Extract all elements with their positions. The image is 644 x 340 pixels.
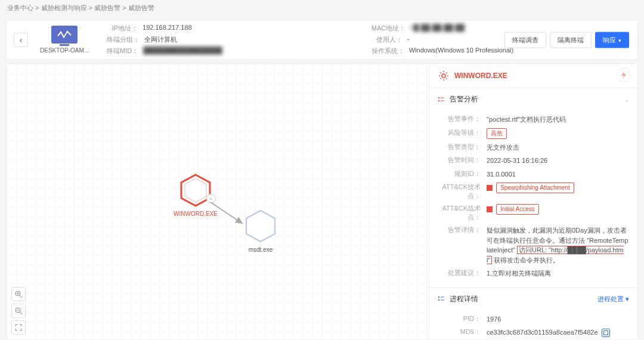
kv-value: 疑似漏洞触发，此漏洞为近期0Day漏洞，攻击者可在终端执行任意命令。通过方法 "… xyxy=(487,225,629,265)
kv-value: "poctest.rtf"文档执行恶代码 xyxy=(487,115,629,125)
kv-value: 2022-05-31 16:16:26 xyxy=(487,156,629,166)
lightning-icon xyxy=(616,67,631,85)
breadcrumb: 业务中心 > 威胁检测与响应 > 威胁告警 > 威胁告警 xyxy=(0,0,644,16)
kv-value: 31.0.0001 xyxy=(487,169,629,180)
kv-value: ce33fc3c687d3c01159a8caea7f5482e xyxy=(487,327,629,338)
section-process-title: 进程详情 xyxy=(450,294,593,304)
svg-point-32 xyxy=(442,74,445,78)
svg-line-38 xyxy=(446,78,447,79)
panel-title: WINWORD.EXE xyxy=(454,72,507,80)
node-msdt[interactable]: msdt.exe xyxy=(244,209,277,253)
kv-label: 规则ID： xyxy=(438,169,481,178)
monitor-icon xyxy=(51,26,78,44)
host-info-left: IP地址：192.168.217.188 终端分组：全网计算机 终端MID：██… xyxy=(107,24,240,55)
host-name: DESKTOP-OAM... xyxy=(40,47,89,54)
svg-rect-42 xyxy=(438,97,439,98)
user-label: 使用人： xyxy=(371,35,402,44)
risk-tag: 高危 xyxy=(487,128,507,139)
fullscreen-button[interactable] xyxy=(11,320,26,335)
kv-label: ATT&CK技术点： xyxy=(438,183,481,200)
os-value: Windows(Windows 10 Professional) xyxy=(409,47,513,55)
svg-rect-47 xyxy=(438,299,439,301)
svg-rect-46 xyxy=(438,296,439,298)
node-msdt-label: msdt.exe xyxy=(249,246,273,253)
attack-tag[interactable]: Spearphishing Attachment xyxy=(496,183,574,193)
kv-label: 风险等级： xyxy=(438,128,481,137)
user-value: - xyxy=(407,35,410,44)
kv-value: 无文件攻击 xyxy=(487,143,629,153)
copy-icon[interactable] xyxy=(602,329,610,337)
isolate-button[interactable]: 隔离终端 xyxy=(550,32,592,48)
mac-value: 0█-██-██-██-██ xyxy=(410,24,465,33)
chevron-down-icon: ⌄ xyxy=(624,96,629,103)
kv-label: 告警时间： xyxy=(438,156,481,165)
host-block: DESKTOP-OAM... xyxy=(40,26,89,54)
process-list: PID：1976 MD5：ce33fc3c687d3c01159a8caea7f… xyxy=(429,310,637,341)
gear-icon xyxy=(438,70,450,82)
process-action-link[interactable]: 进程处置 ▾ xyxy=(597,295,629,304)
crumb-1[interactable]: 威胁检测与响应 xyxy=(41,4,87,11)
section-analysis-title: 告警分析 xyxy=(450,94,620,104)
kv-label: ATT&CK战术点： xyxy=(438,204,481,222)
kv-label: 告警事件： xyxy=(438,115,481,123)
svg-marker-3 xyxy=(181,175,210,206)
mid-value: █████████████████ xyxy=(143,47,222,55)
zoom-in-button[interactable] xyxy=(11,287,26,301)
svg-point-0 xyxy=(60,32,62,33)
svg-line-14 xyxy=(210,202,243,224)
mid-label: 终端MID： xyxy=(107,47,138,55)
section-process-head[interactable]: 进程详情 进程处置 ▾ xyxy=(429,288,637,310)
mac-label: MAC地址： xyxy=(371,24,405,33)
svg-point-1 xyxy=(63,36,65,38)
svg-point-2 xyxy=(67,31,69,33)
svg-line-39 xyxy=(441,78,442,79)
chevron-down-icon: ▾ xyxy=(618,37,621,43)
kv-label: PID： xyxy=(438,314,481,323)
kv-label: 告警类型： xyxy=(438,143,481,152)
kv-label: 处置建议： xyxy=(438,268,481,277)
kv-value: 1.立即对相关终端隔离 xyxy=(487,268,629,279)
svg-marker-15 xyxy=(246,211,275,242)
kv-label: 告警详情： xyxy=(438,225,481,234)
side-panel: WINWORD.EXE 告警分析 ⌄ 告警事件："poctest.rtf"文档执… xyxy=(429,63,638,340)
ip-label: IP地址： xyxy=(107,24,138,33)
crumb-0[interactable]: 业务中心 xyxy=(7,4,33,11)
list-icon xyxy=(438,295,445,302)
kv-value: 1976 xyxy=(487,314,629,324)
square-icon xyxy=(487,185,493,191)
header-bar: ‹ DESKTOP-OAM... IP地址：192.168.217.188 终端… xyxy=(6,20,638,60)
svg-line-37 xyxy=(441,73,442,74)
zoom-out-button[interactable] xyxy=(11,304,26,318)
attack-tag[interactable]: Initial Access xyxy=(496,204,539,215)
ip-value: 192.168.217.188 xyxy=(143,24,192,33)
os-label: 操作系统： xyxy=(371,47,404,55)
svg-line-40 xyxy=(446,73,447,74)
chevron-down-icon: ▾ xyxy=(626,295,629,302)
list-icon xyxy=(438,96,445,103)
back-button[interactable]: ‹ xyxy=(14,33,28,47)
square-icon xyxy=(487,206,493,212)
graph-area[interactable]: − WINWORD.EXE msdt.exe xyxy=(6,63,429,340)
group-label: 终端分组： xyxy=(107,35,140,44)
section-analysis-head[interactable]: 告警分析 ⌄ xyxy=(429,88,637,110)
crumb-2[interactable]: 威胁告警 xyxy=(94,4,120,11)
svg-line-30 xyxy=(20,312,22,314)
crumb-3[interactable]: 威胁告警 xyxy=(128,4,154,11)
adjust-button[interactable]: 终端调查 xyxy=(504,32,546,48)
analysis-list: 告警事件："poctest.rtf"文档执行恶代码 风险等级：高危 告警类型：无… xyxy=(429,110,637,288)
kv-label: MD5： xyxy=(438,327,481,336)
svg-line-26 xyxy=(20,295,22,298)
svg-rect-43 xyxy=(438,100,439,101)
group-value: 全网计算机 xyxy=(144,35,177,44)
respond-button[interactable]: 响应▾ xyxy=(595,32,629,48)
host-info-right: MAC地址：0█-██-██-██-██ 使用人：- 操作系统：Windows(… xyxy=(371,24,519,55)
